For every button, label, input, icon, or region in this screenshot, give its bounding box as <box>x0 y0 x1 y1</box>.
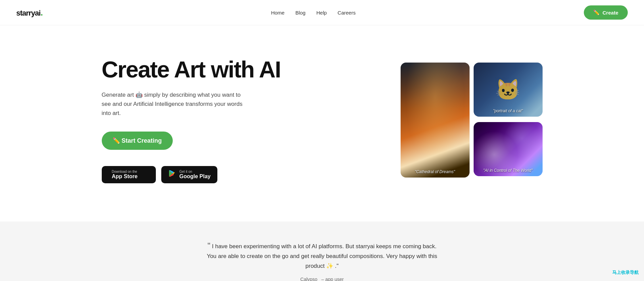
hero-left: Create Art with AI Generate art 🤖 simply… <box>102 57 291 183</box>
galaxy-label: "AI in Control of The World" <box>474 168 543 173</box>
nav-links: Home Blog Help Careers <box>271 10 356 16</box>
art-card-cat: "portrait of a cat" <box>474 63 543 117</box>
nav-home[interactable]: Home <box>271 10 285 16</box>
logo-text: starryai. <box>16 9 43 17</box>
google-play-button[interactable]: Get it on Google Play <box>161 166 217 183</box>
testimonial-section: " I have been experimenting with a lot o… <box>0 221 644 281</box>
testimonial-author: Calypso_ – app user <box>16 277 628 281</box>
store-buttons: Download on the App Store Get it on Goog… <box>102 166 291 183</box>
art-card-cathedral: "Cathedral of Dreams" <box>401 63 470 178</box>
logo-dot: . <box>41 7 43 18</box>
google-play-icon <box>168 169 176 180</box>
app-store-button[interactable]: Download on the App Store <box>102 166 156 183</box>
open-quote: " <box>208 241 211 250</box>
navbar: starryai. Home Blog Help Careers ✏️ Crea… <box>0 0 644 25</box>
nav-careers[interactable]: Careers <box>338 10 356 16</box>
cat-label: "portrait of a cat" <box>474 109 543 113</box>
art-card-galaxy: "AI in Control of The World" <box>474 122 543 176</box>
create-button[interactable]: ✏️ Create <box>584 5 628 20</box>
start-creating-button[interactable]: ✏️ Start Creating <box>102 132 173 150</box>
sparkle-emoji: ✨ <box>326 263 333 269</box>
hero-title: Create Art with AI <box>102 57 291 82</box>
art-grid: "Cathedral of Dreams" "portrait of a cat… <box>401 63 543 178</box>
watermark: 马上收录导航 <box>612 270 639 276</box>
cathedral-label: "Cathedral of Dreams" <box>401 169 470 174</box>
nav-blog[interactable]: Blog <box>295 10 306 16</box>
robot-emoji: 🤖 <box>136 92 143 98</box>
nav-help[interactable]: Help <box>316 10 327 16</box>
pencil-icon: ✏️ <box>593 9 600 16</box>
hero-section: Create Art with AI Generate art 🤖 simply… <box>86 25 559 221</box>
hero-subtitle: Generate art 🤖 simply by describing what… <box>102 90 251 118</box>
hero-right: "Cathedral of Dreams" "portrait of a cat… <box>291 63 543 178</box>
testimonial-text: " I have been experimenting with a lot o… <box>204 242 440 271</box>
logo: starryai. <box>16 7 43 18</box>
